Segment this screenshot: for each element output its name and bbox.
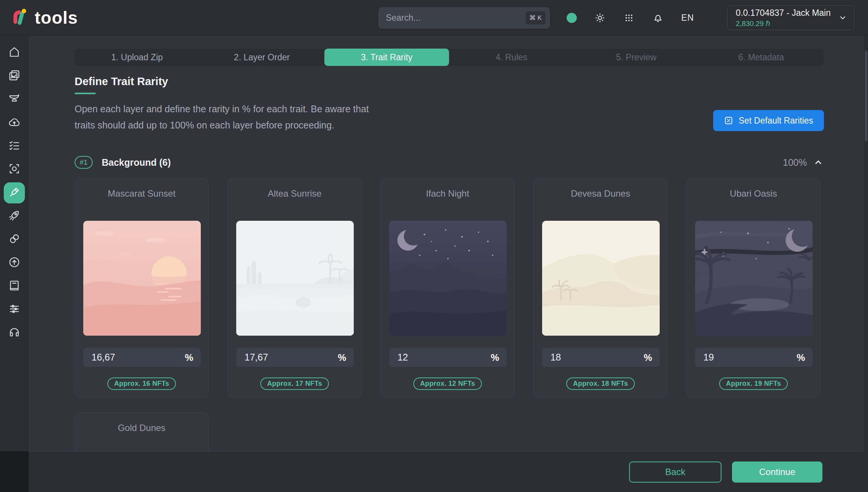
checklist-icon xyxy=(8,139,21,153)
focus-generate-icon xyxy=(8,162,21,177)
collapse-layer-button[interactable] xyxy=(813,157,824,168)
set-default-rarities-button[interactable]: Set Default Rarities xyxy=(713,110,824,131)
scrollbar-track xyxy=(864,36,868,492)
footer-action-bar: Back Continue xyxy=(0,451,868,492)
rarity-input[interactable] xyxy=(236,348,354,367)
global-search: ⌘ K xyxy=(378,7,550,29)
sidebar-item-gallery[interactable] xyxy=(3,64,26,88)
set-default-rarities-label: Set Default Rarities xyxy=(738,116,813,126)
logo-text: tools xyxy=(35,8,78,28)
sidebar-item-publish[interactable] xyxy=(3,251,26,275)
step-layer-order[interactable]: 2. Layer Order xyxy=(199,49,324,66)
sidebar-item-forge[interactable] xyxy=(3,88,26,111)
trait-image-devesa-dunes xyxy=(542,221,660,336)
top-bar: tools ⌘ K xyxy=(0,0,868,36)
network-status-indicator xyxy=(567,13,577,23)
page-title: Define Trait Rarity xyxy=(75,75,168,88)
sidebar-item-tokens[interactable] xyxy=(3,228,26,251)
account-balance: 2,830.29 ℏ xyxy=(736,19,831,28)
layer-total-percent: 100% xyxy=(783,157,807,168)
headphones-icon xyxy=(8,326,21,340)
trait-image-altea-sunrise xyxy=(236,221,354,336)
language-selector[interactable]: EN xyxy=(681,13,694,23)
sidebar-item-support[interactable] xyxy=(3,321,26,345)
sidebar-item-paint-active[interactable] xyxy=(4,182,25,203)
sidebar-item-generate[interactable] xyxy=(3,158,26,181)
search-shortcut-badge: ⌘ K xyxy=(526,11,546,24)
trait-title: Mascarat Sunset xyxy=(83,188,200,199)
arrow-up-circle-icon xyxy=(8,256,21,270)
sidebar-item-home[interactable] xyxy=(3,41,26,64)
rarity-input[interactable] xyxy=(542,348,660,367)
account-name: 0.0.1704837 - Jack Main xyxy=(736,8,831,18)
approx-nfts-badge: Approx. 19 NFTs xyxy=(719,377,788,390)
app-logo[interactable]: tools xyxy=(11,7,78,28)
sidebar-item-cloud-upload[interactable] xyxy=(3,111,26,134)
step-upload-zip[interactable]: 1. Upload Zip xyxy=(75,49,199,66)
notifications-bell-icon[interactable] xyxy=(652,12,664,24)
home-icon xyxy=(8,46,21,60)
trait-card-devesa-dunes: Devesa Dunes % Approx. 18 NF xyxy=(533,178,668,397)
paint-brush-icon xyxy=(8,186,21,200)
theme-toggle-sun-icon[interactable] xyxy=(594,12,606,24)
sidebar-item-launch[interactable] xyxy=(3,205,26,228)
page-description-line1: Open each layer and define the rarity in… xyxy=(75,101,369,117)
layer-header-row: #1 Background (6) 100% xyxy=(75,154,824,171)
rarity-input[interactable] xyxy=(695,348,813,367)
footer-left-gap xyxy=(0,451,29,492)
trait-image-ifach-night xyxy=(389,221,507,336)
trait-image-mascarat-sunset xyxy=(83,221,201,336)
approx-nfts-badge: Approx. 18 NFTs xyxy=(566,377,635,390)
back-button[interactable]: Back xyxy=(629,461,721,483)
chevron-up-icon xyxy=(813,157,824,168)
gallery-icon xyxy=(8,69,21,83)
continue-button[interactable]: Continue xyxy=(732,461,822,483)
rarity-input-wrap: % xyxy=(389,348,507,367)
trait-card-mascarat-sunset: Mascarat Sunset xyxy=(75,178,209,397)
app-window: tools ⌘ K xyxy=(0,0,868,492)
apps-grid-icon[interactable] xyxy=(623,12,635,24)
rarity-input-wrap: % xyxy=(542,348,660,367)
wizard-stepper: 1. Upload Zip 2. Layer Order 3. Trait Ra… xyxy=(75,49,824,66)
trait-card-altea-sunrise: Altea Sunrise xyxy=(228,178,362,397)
sidebar-item-docs[interactable] xyxy=(3,275,26,298)
trait-title: Devesa Dunes xyxy=(542,188,659,199)
sliders-icon xyxy=(8,303,21,317)
anvil-icon xyxy=(8,92,21,107)
logo-mark-icon xyxy=(11,7,31,28)
step-trait-rarity[interactable]: 3. Trait Rarity xyxy=(324,49,449,66)
trait-title: Ifach Night xyxy=(389,188,506,199)
step-preview[interactable]: 5. Preview xyxy=(574,49,698,66)
trait-image-ubari-oasis xyxy=(695,221,813,336)
approx-nfts-badge: Approx. 17 NFTs xyxy=(260,377,329,390)
percent-square-icon xyxy=(724,116,734,125)
sidebar-nav xyxy=(0,36,29,492)
scrollbar-thumb[interactable] xyxy=(865,51,867,141)
linked-circles-icon xyxy=(8,232,21,247)
rarity-input[interactable] xyxy=(83,348,201,367)
book-icon xyxy=(8,279,21,293)
account-menu[interactable]: 0.0.1704837 - Jack Main 2,830.29 ℏ xyxy=(727,5,854,30)
chevron-down-icon xyxy=(838,13,847,22)
sidebar-item-checklist[interactable] xyxy=(3,134,26,158)
trait-card-grid: Mascarat Sunset xyxy=(75,178,821,397)
rocket-icon xyxy=(8,209,21,223)
rarity-input-wrap: % xyxy=(236,348,354,367)
title-underline xyxy=(75,93,96,94)
approx-nfts-badge: Approx. 16 NFTs xyxy=(107,377,176,390)
search-input[interactable] xyxy=(378,7,526,29)
trait-title: Ubari Oasis xyxy=(695,188,812,199)
layer-index-badge: #1 xyxy=(75,156,93,169)
trait-title: Altea Sunrise xyxy=(236,188,353,199)
approx-nfts-badge: Approx. 12 NFTs xyxy=(413,377,482,390)
rarity-input-wrap: % xyxy=(83,348,201,367)
rarity-input[interactable] xyxy=(389,348,507,367)
rarity-input-wrap: % xyxy=(695,348,813,367)
layer-title: Background (6) xyxy=(102,157,171,168)
step-metadata[interactable]: 6. Metadata xyxy=(699,49,824,66)
trait-title: Gold Dunes xyxy=(83,423,200,433)
sidebar-item-settings[interactable] xyxy=(3,298,26,321)
trait-card-ubari-oasis: Ubari Oasis xyxy=(686,178,821,397)
step-rules[interactable]: 4. Rules xyxy=(449,49,574,66)
page-description: Open each layer and define the rarity in… xyxy=(75,101,369,133)
